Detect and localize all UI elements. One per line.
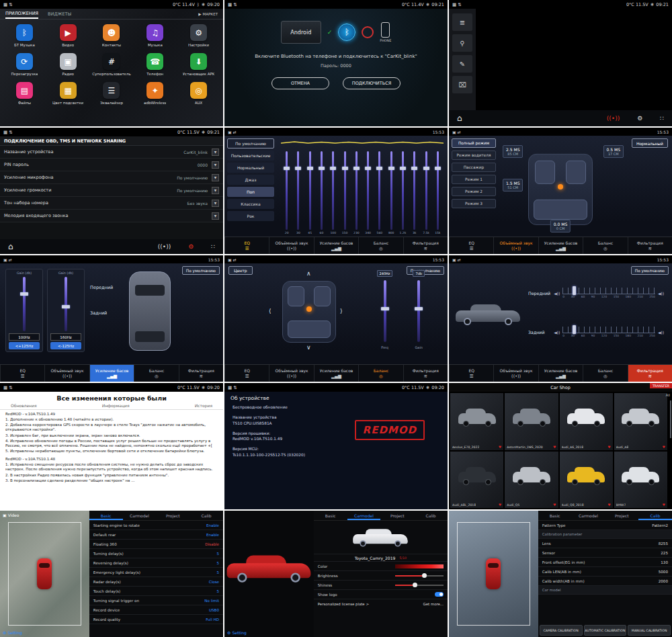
slider-knob[interactable] xyxy=(573,286,576,295)
dropdown-arrow-icon[interactable]: ▼ xyxy=(212,212,219,220)
audio-tab[interactable]: Баланс ◎ xyxy=(583,365,627,382)
heart-icon[interactable]: ♥ xyxy=(663,503,665,507)
eq-band-slider[interactable]: 560 xyxy=(374,151,385,237)
audio-tab[interactable]: Объёмный звук ((•)) xyxy=(269,365,313,382)
car-item[interactable]: Audi_A8 ♥ xyxy=(614,393,667,450)
connect-button[interactable]: ПОДКЛЮЧИТЬСЯ xyxy=(343,77,401,89)
arrow-right-icon[interactable]: ⟩ xyxy=(340,308,343,314)
settings-row[interactable]: Floating 360 Disable xyxy=(89,540,223,549)
tab-carmodel[interactable]: Carmodel xyxy=(572,511,605,520)
listening-point-dot[interactable] xyxy=(558,184,563,189)
settings-row[interactable]: Calib LEN(AB in mm) 5000 xyxy=(538,567,672,577)
eq-preset[interactable]: Рок xyxy=(227,211,274,221)
settings-row[interactable]: Turning delay(s) 5 xyxy=(89,549,223,558)
eq-band-slider[interactable]: 45 xyxy=(304,151,316,237)
eq-band-slider[interactable]: 800 xyxy=(386,151,397,237)
app-icon[interactable]: ⟳ Перезагрузка xyxy=(3,53,46,76)
gain-slider[interactable] xyxy=(23,277,26,331)
vertical-slider[interactable]: 240Hz Freq xyxy=(377,270,393,349)
audio-tab[interactable]: EQ ☰ xyxy=(0,365,44,382)
settings-row[interactable]: Touch delay(s) 5 xyxy=(89,587,223,596)
tab-updates[interactable]: Обновления xyxy=(11,403,37,408)
vertical-slider[interactable]: 7db Gain xyxy=(413,270,425,349)
slider-knob[interactable] xyxy=(573,325,576,334)
audio-tab[interactable]: Усиление басов ▂▄▆ xyxy=(538,365,583,382)
color-row[interactable]: Color xyxy=(314,562,448,571)
seat-front-right[interactable] xyxy=(566,161,586,184)
audio-tab[interactable]: Усиление басов ▂▄▆ xyxy=(89,365,134,382)
app-icon[interactable]: ⚙ Настройки xyxy=(177,24,220,47)
slider-track[interactable] xyxy=(384,280,386,342)
settings-row[interactable]: Default rear Enable xyxy=(89,530,223,540)
eq-band-slider[interactable]: 7.5k xyxy=(420,151,431,237)
eq-band-slider[interactable]: 100 xyxy=(327,151,339,237)
tab-project[interactable]: Project xyxy=(156,511,190,520)
car-item[interactable]: Audi_A6_2018 ♥ xyxy=(560,393,613,450)
frequency-slider[interactable] xyxy=(562,327,655,333)
tab-calib[interactable]: Calib xyxy=(414,511,448,520)
tab-basic[interactable]: Basic xyxy=(314,511,347,520)
eq-band-slider[interactable]: 230 xyxy=(351,151,362,237)
home-icon[interactable]: ⌂ xyxy=(8,242,13,251)
slider-track[interactable] xyxy=(417,280,420,342)
slider-knob[interactable] xyxy=(319,167,325,170)
audio-tab[interactable]: Фильтрация ≋ xyxy=(628,365,672,382)
audio-tab[interactable]: Фильтрация ≋ xyxy=(403,365,448,382)
eq-preset[interactable]: Классика xyxy=(227,199,274,209)
preset-button[interactable]: Нормальный xyxy=(632,138,668,148)
heart-icon[interactable]: ♥ xyxy=(663,445,665,449)
app-icon[interactable]: ✦ adbWireless xyxy=(133,82,177,105)
manual-calibration-button[interactable]: MANUAL CALIBRATION xyxy=(628,625,671,636)
car-item[interactable]: AstonMartin_DBS_2020 ♥ xyxy=(505,393,558,450)
dropdown-arrow-icon[interactable]: ▼ xyxy=(212,161,219,169)
slider-knob[interactable] xyxy=(400,167,406,170)
tab-project[interactable]: Project xyxy=(605,511,638,520)
slider-knob[interactable] xyxy=(381,307,389,310)
seat-rear[interactable] xyxy=(534,200,587,220)
settings-row[interactable]: Усиление громкости По умолчанию ▼ xyxy=(0,184,223,197)
slider-knob[interactable] xyxy=(376,167,382,170)
eq-preset[interactable]: Джаз xyxy=(227,175,274,185)
tab-basic[interactable]: Basic xyxy=(89,511,123,520)
automatic-calibration-button[interactable]: AUTOMATIC CALIBRATION xyxy=(584,625,627,636)
setting-value[interactable]: USB0 xyxy=(209,608,219,612)
sidebar-icon[interactable]: ⚲ xyxy=(452,34,472,52)
settings-row[interactable]: Мелодия входящего звонка ▼ xyxy=(0,210,223,222)
audio-tab[interactable]: Усиление басов ▂▄▆ xyxy=(314,237,358,254)
arrow-left-icon[interactable]: ⟨ xyxy=(269,308,271,314)
settings-row[interactable]: Starting engine to rotate Enable xyxy=(89,521,223,530)
settings-row[interactable]: Sensor 225 xyxy=(538,548,672,558)
dropdown-arrow-icon[interactable]: ▼ xyxy=(212,148,219,156)
home-icon[interactable]: ⌂ xyxy=(457,114,462,123)
settings-row[interactable]: Lens 8255 xyxy=(538,539,672,548)
setting-value[interactable]: Full HD xyxy=(206,618,219,622)
setting-label[interactable]: ⚙ Setting xyxy=(3,630,22,635)
car-thumbnail-area[interactable] xyxy=(314,521,448,554)
audio-tab[interactable]: Баланс ◎ xyxy=(358,365,403,382)
audio-tab[interactable]: Объёмный звук ((•)) xyxy=(493,365,538,382)
car-item[interactable]: Audi_Q5 ♥ xyxy=(505,452,558,509)
setting-value[interactable]: 225 xyxy=(661,551,668,555)
app-grid-icon[interactable]: ∷ xyxy=(211,243,215,250)
slider-knob[interactable] xyxy=(365,167,371,170)
settings-gear-icon[interactable]: ⚙ xyxy=(637,115,642,122)
sidebar-icon[interactable]: ⌧ xyxy=(452,76,472,93)
app-icon[interactable]: ☰ Эквалайзер xyxy=(90,82,134,105)
mode-button[interactable]: Режим 3 xyxy=(452,199,496,208)
audio-tab[interactable]: EQ ☰ xyxy=(449,365,493,382)
slider-knob[interactable] xyxy=(435,167,441,170)
settings-row[interactable]: Emergency light delay(s) 5 xyxy=(89,568,223,577)
audio-tab[interactable]: Объёмный звук ((•)) xyxy=(269,237,313,254)
slider-knob[interactable] xyxy=(20,292,28,296)
audio-tab[interactable]: EQ ☰ xyxy=(449,237,493,254)
car-3d-model[interactable] xyxy=(227,555,311,583)
settings-row[interactable]: Calib width(AB in mm) 2000 xyxy=(538,577,672,586)
setting-value[interactable]: 5 xyxy=(216,589,219,593)
color-picker-bar[interactable] xyxy=(395,564,444,568)
settings-row[interactable]: Record quality Full HD xyxy=(89,615,223,624)
audio-tab[interactable]: Баланс ◎ xyxy=(134,365,178,382)
radio-broadcast-icon[interactable]: ((•)) xyxy=(607,115,620,122)
transfer-badge[interactable]: TRANSFER xyxy=(650,383,672,388)
cancel-button[interactable]: ОТМЕНА xyxy=(271,77,329,89)
settings-row[interactable]: Усиление микрофона По умолчанию ▼ xyxy=(0,171,223,184)
